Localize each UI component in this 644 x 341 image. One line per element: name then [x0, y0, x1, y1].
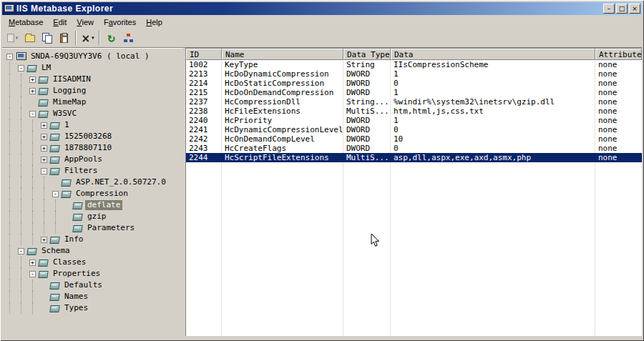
metabase-row-2238[interactable]: 2238HcFileExtensionsMultiS...htm,html,js… — [186, 107, 642, 116]
tree-item-label: AppPools — [62, 154, 104, 164]
tree-item-schema[interactable]: -Schema — [6, 245, 183, 257]
tree-indent-guide — [18, 108, 29, 119]
cell-name: HcScriptFileExtensions — [222, 153, 343, 162]
expander-plus-icon[interactable]: + — [41, 134, 47, 140]
cell-data-type: MultiS... — [343, 153, 391, 162]
tree-item-mimemap[interactable]: MimeMap — [6, 97, 183, 108]
metabase-row-2213[interactable]: 2213HcDoDynamicCompressionDWORD1none — [186, 69, 642, 79]
column-header-name[interactable]: Name — [222, 49, 343, 60]
metabase-row-2244[interactable]: 2244HcScriptFileExtensionsMultiS...asp,d… — [186, 153, 642, 162]
tree-item-1878807110[interactable]: +1878807110 — [6, 142, 183, 154]
menu-item-edit[interactable]: Edit — [48, 16, 72, 28]
tree-item-lm[interactable]: -LM — [6, 62, 183, 74]
node-icon — [27, 247, 36, 255]
tree-item-defaults[interactable]: Defaults — [6, 280, 183, 291]
expander-plus-icon[interactable]: + — [29, 88, 36, 94]
menu-item-help[interactable]: Help — [141, 16, 167, 28]
expander-plus-icon[interactable]: + — [29, 76, 36, 83]
metabase-row-2240[interactable]: 2240HcPriorityDWORD1none — [186, 116, 642, 125]
tree-item-compression[interactable]: -Compression — [6, 188, 183, 199]
column-header-data[interactable]: Data — [391, 49, 595, 60]
tree-item-label: Logging — [51, 86, 88, 96]
expander-minus-icon[interactable]: - — [18, 65, 24, 71]
cell-attributes: none — [595, 107, 642, 116]
open-folder-button[interactable] — [21, 30, 38, 46]
tree-item-filters[interactable]: -Filters — [6, 165, 183, 177]
new-key-button[interactable]: ▾ — [4, 30, 21, 46]
tree-item-logging[interactable]: +Logging — [6, 85, 183, 97]
tree-indent-guide — [41, 177, 52, 188]
tree-item-info[interactable]: +Info — [6, 234, 183, 245]
metabase-row-2237[interactable]: 2237HcCompressionDllString...%windir%\sy… — [186, 97, 642, 107]
cell-attributes: none — [595, 125, 642, 134]
expander-plus-icon[interactable]: + — [41, 157, 47, 163]
metabase-row-2241[interactable]: 2241HcDynamicCompressionLevelDWORD0none — [186, 125, 642, 134]
tree-item-w3svc[interactable]: -W3SVC — [6, 108, 183, 119]
metabase-row-2242[interactable]: 2242HcOnDemandCompLevelDWORD10none — [186, 134, 642, 144]
paste-button[interactable] — [56, 30, 72, 46]
expander-minus-icon[interactable]: - — [52, 191, 59, 197]
cell-data-type: String — [343, 60, 391, 69]
cell-attributes: none — [595, 153, 642, 162]
cell-data: asp,dll,aspx,exe,axd,asmx,php — [391, 153, 595, 162]
minimize-button[interactable]: – — [603, 4, 615, 14]
tree-indent-guide — [6, 257, 18, 268]
expander-plus-icon[interactable]: + — [41, 237, 47, 243]
node-icon — [27, 64, 36, 72]
tree-item-iisadmin[interactable]: +IISADMIN — [6, 74, 183, 85]
title-bar[interactable]: IIS Metabase Explorer –□× — [2, 2, 642, 15]
tree-item-classes[interactable]: +Classes — [6, 257, 183, 268]
copy-button[interactable] — [39, 30, 55, 46]
tree-indent-guide — [29, 188, 41, 199]
cell-name: HcOnDemandCompLevel — [222, 134, 343, 144]
tree-indent-guide — [18, 280, 29, 291]
metabase-row-2214[interactable]: 2214HcDoStaticCompressionDWORD0none — [186, 79, 642, 88]
metabase-row-2243[interactable]: 2243HcCreateFlagsDWORD0none — [186, 144, 642, 153]
expander-minus-icon[interactable]: - — [41, 168, 47, 174]
delete-button[interactable]: ▾ — [79, 30, 96, 46]
menu-item-view[interactable]: View — [72, 16, 99, 28]
node-icon — [73, 202, 82, 209]
menu-item-metabase[interactable]: Metabase — [4, 16, 48, 28]
tree-item-types[interactable]: Types — [6, 302, 183, 314]
tree-item-label: Info — [62, 234, 86, 244]
tree-indent-guide — [6, 177, 18, 188]
close-button[interactable]: × — [629, 4, 640, 14]
tree-indent-guide — [6, 165, 18, 177]
tree-indent-guide — [29, 291, 41, 302]
cell-id: 2214 — [186, 79, 222, 88]
tree-indent-guide — [6, 211, 18, 222]
tree-item-names[interactable]: Names — [6, 291, 183, 302]
cell-name: HcCompressionDll — [222, 97, 343, 107]
column-header-attributes[interactable]: Attributes — [595, 49, 642, 60]
tree-indent-guide — [6, 119, 18, 131]
metabase-row-1002[interactable]: 1002KeyTypeStringIIsCompressionSchemenon… — [186, 60, 642, 69]
column-header-id[interactable]: ID — [186, 49, 222, 60]
tree-item-properties[interactable]: -Properties — [6, 268, 183, 280]
tree-item-1525003268[interactable]: +1525003268 — [6, 131, 183, 142]
expander-minus-icon[interactable]: - — [6, 54, 13, 60]
node-icon — [39, 259, 48, 267]
column-header-data-type[interactable]: Data Type — [343, 49, 391, 60]
expander-plus-icon[interactable]: + — [41, 122, 47, 129]
expander-plus-icon[interactable]: + — [29, 260, 36, 266]
tree-indent-guide — [29, 222, 41, 234]
menu-item-favorites[interactable]: Favorites — [99, 16, 141, 28]
expander-minus-icon[interactable]: - — [29, 271, 36, 277]
tree-item-deflate[interactable]: deflate — [6, 199, 183, 211]
expander-minus-icon[interactable]: - — [18, 248, 24, 254]
tree-item-apppools[interactable]: +AppPools — [6, 154, 183, 165]
dropdown-arrow-icon: ▾ — [16, 35, 19, 41]
tree-item-asp-net-2-0-50727-0[interactable]: ASP.NET_2.0.50727.0 — [6, 177, 183, 188]
refresh-button[interactable] — [103, 30, 119, 46]
tree-item-snda-69q3uyy3v6-local[interactable]: -SNDA-69Q3UYY3V6 ( local ) — [6, 51, 183, 62]
tree-item-gzip[interactable]: gzip — [6, 211, 183, 222]
node-icon — [39, 99, 48, 107]
tree-item-parameters[interactable]: Parameters — [6, 222, 183, 234]
tree-item-1[interactable]: +1 — [6, 119, 183, 131]
metabase-row-2215[interactable]: 2215HcDoOnDemandCompressionDWORD1none — [186, 88, 642, 97]
maximize-button[interactable]: □ — [616, 4, 628, 14]
expander-minus-icon[interactable]: - — [29, 111, 36, 117]
expander-plus-icon[interactable]: + — [41, 145, 47, 152]
connect-button[interactable] — [120, 30, 137, 46]
